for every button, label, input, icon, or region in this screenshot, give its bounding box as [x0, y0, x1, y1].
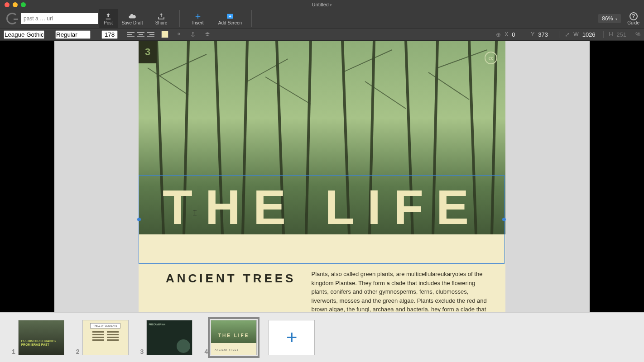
url-input[interactable]	[21, 13, 98, 24]
position-icon: ⊕	[496, 31, 501, 38]
upload-icon	[104, 12, 112, 20]
thumb-1-wrap: 1 PREHISTORIC GIANTSFROM ERAS PAST	[12, 320, 64, 355]
w-value[interactable]: 1026	[582, 31, 598, 38]
thumbnail-4[interactable]: THE LIFE ANCIENT TREES	[211, 320, 257, 355]
subtitle-text[interactable]: ANCIENT TREES	[166, 272, 296, 303]
h-label: H	[609, 31, 613, 38]
thumb-4-sub: ANCIENT TREES	[215, 348, 239, 351]
share-icon	[157, 12, 165, 20]
right-pad	[590, 41, 644, 312]
main-toolbar: Post Save Draft Share Insert Add Screen …	[0, 9, 644, 28]
toolbar-separator	[179, 10, 180, 27]
link-icon[interactable]	[174, 31, 183, 38]
share-label: Share	[155, 20, 168, 25]
layer-icon[interactable]	[203, 31, 212, 38]
prop-separator	[559, 31, 559, 38]
y-value[interactable]: 373	[538, 31, 553, 38]
property-bar: ⊕ X 0 Y 373 ⤢ W 1026 H 251 %	[0, 28, 644, 41]
x-label: X	[505, 31, 508, 38]
anchor-icon[interactable]	[188, 31, 197, 38]
cloud-icon	[128, 12, 136, 20]
thumb-4-title: THE LIFE	[211, 333, 256, 338]
body-text[interactable]: Plants, also called green plants, are mu…	[311, 270, 487, 303]
y-label: Y	[531, 31, 534, 38]
font-family-input[interactable]	[4, 30, 44, 39]
plus-icon	[194, 12, 202, 20]
page-canvas[interactable]: 3 cc THE LIFE 𝙸 ANCIENT TREES Plants, al…	[139, 41, 505, 312]
add-screen-icon	[226, 12, 234, 20]
add-page-button[interactable]: +	[269, 320, 315, 355]
percent-label: %	[635, 31, 640, 38]
thumbnail-bar: 1 PREHISTORIC GIANTSFROM ERAS PAST 2 TAB…	[0, 312, 644, 362]
svg-point-1	[192, 32, 193, 33]
content-lower: ANCIENT TREES Plants, also called green …	[139, 234, 505, 312]
canvas-area[interactable]: 3 cc THE LIFE 𝙸 ANCIENT TREES Plants, al…	[54, 41, 590, 312]
font-weight-input[interactable]	[55, 30, 91, 39]
insert-button[interactable]: Insert	[183, 9, 212, 28]
post-button[interactable]: Post	[99, 9, 118, 28]
align-left-button[interactable]	[127, 31, 135, 38]
align-right-button[interactable]	[147, 31, 155, 38]
thumb-3-circle	[177, 339, 190, 353]
app-logo-icon	[5, 11, 20, 26]
page-title-text[interactable]: THE LIFE	[139, 183, 505, 232]
add-screen-button[interactable]: Add Screen	[212, 9, 248, 28]
thumb-1-number: 1	[12, 348, 15, 355]
document-title[interactable]: Untitled	[312, 2, 332, 7]
plus-icon: +	[286, 327, 298, 348]
window-controls	[5, 2, 26, 7]
guide-button[interactable]: ? Guide	[627, 12, 639, 25]
titlebar: Untitled	[0, 0, 644, 9]
guide-label: Guide	[627, 20, 639, 25]
thumb-3-label: PRECAMBRIAN	[149, 323, 165, 326]
left-pad	[0, 41, 54, 312]
thumb-1-line2: FROM ERAS PAST	[21, 343, 49, 346]
share-button[interactable]: Share	[147, 9, 176, 28]
size-icon: ⤢	[565, 31, 570, 38]
thumb-3-number: 3	[140, 348, 144, 355]
help-icon: ?	[630, 12, 638, 20]
w-label: W	[573, 31, 578, 38]
insert-label: Insert	[192, 20, 203, 25]
thumbnail-1[interactable]: PREHISTORIC GIANTSFROM ERAS PAST	[18, 320, 64, 355]
post-label: Post	[104, 20, 113, 25]
font-size-input[interactable]	[101, 30, 118, 39]
close-window-icon[interactable]	[5, 2, 10, 7]
thumbnail-3[interactable]: PRECAMBRIAN	[146, 320, 192, 355]
page-number-badge: 3	[139, 41, 157, 63]
workspace: 3 cc THE LIFE 𝙸 ANCIENT TREES Plants, al…	[0, 41, 644, 312]
align-center-button[interactable]	[137, 31, 145, 38]
text-cursor-icon: 𝙸	[192, 208, 198, 218]
minimize-window-icon[interactable]	[13, 2, 18, 7]
lock-separator	[603, 31, 604, 38]
toolbar-separator-2	[251, 10, 252, 27]
zoom-dropdown[interactable]: 86%	[598, 14, 621, 23]
text-color-swatch[interactable]	[161, 31, 168, 38]
cc-license-icon[interactable]: cc	[485, 52, 497, 64]
thumb-1-line1: PREHISTORIC GIANTS	[21, 339, 56, 343]
thumb-2-number: 2	[76, 348, 80, 355]
thumb-4-wrap: 4 THE LIFE ANCIENT TREES	[204, 320, 257, 355]
save-draft-button[interactable]: Save Draft	[118, 9, 147, 28]
h-value[interactable]: 251	[616, 31, 632, 38]
add-screen-label: Add Screen	[218, 20, 242, 25]
maximize-window-icon[interactable]	[21, 2, 26, 7]
thumb-3-wrap: 3 PRECAMBRIAN	[140, 320, 193, 355]
save-draft-label: Save Draft	[121, 20, 143, 25]
text-align-group	[127, 31, 155, 38]
thumbnail-2[interactable]: TABLE OF CONTENTS	[82, 320, 129, 355]
x-value[interactable]: 0	[512, 31, 527, 38]
thumb-2-wrap: 2 TABLE OF CONTENTS	[76, 320, 129, 355]
thumb-4-number: 4	[204, 348, 208, 355]
thumb-2-header: TABLE OF CONTENTS	[90, 323, 120, 329]
